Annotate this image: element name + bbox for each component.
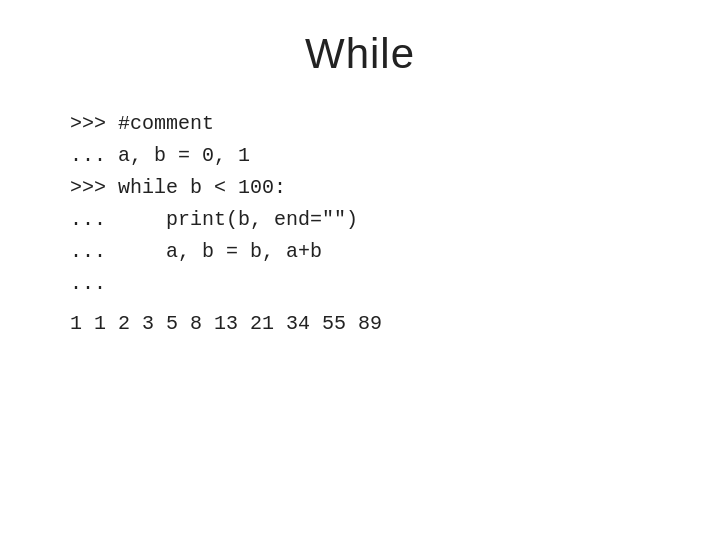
code-block: >>> #comment ... a, b = 0, 1 >>> while b… [60,108,660,340]
code-line-5: ... a, b = b, a+b [70,236,660,268]
code-line-4: ... print(b, end="") [70,204,660,236]
code-line-1: >>> #comment [70,108,660,140]
code-line-3: >>> while b < 100: [70,172,660,204]
code-line-2: ... a, b = 0, 1 [70,140,660,172]
page-title: While [305,30,415,78]
code-line-6: ... [70,268,660,300]
page-container: While >>> #comment ... a, b = 0, 1 >>> w… [0,0,720,540]
output-line: 1 1 2 3 5 8 13 21 34 55 89 [70,308,660,340]
